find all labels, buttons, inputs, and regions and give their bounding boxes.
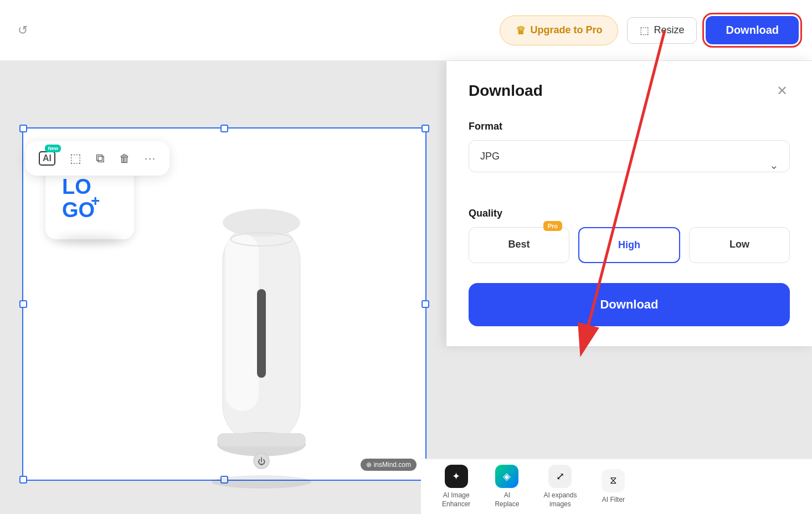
trash-icon: 🗑 [119,152,130,165]
upgrade-label: Upgrade to Pro [530,24,602,36]
redo-button[interactable]: ↺ [13,19,32,42]
pro-badge: Pro [543,221,562,231]
svg-text:+: + [91,192,100,209]
ai-enhancer-tool[interactable]: ✦ AI ImageEnhancer [432,465,480,508]
ai-filter-label: AI Filter [602,496,625,505]
svg-text:GO: GO [62,198,95,222]
close-panel-button[interactable]: ✕ [774,81,790,101]
quality-section: Quality Pro Best High Low [469,208,790,263]
watermark: ⊕ insMind.com [361,459,417,471]
select-icon: ⬚ [70,151,81,166]
ai-expands-label: AI expandsimages [543,491,577,508]
delete-tool-button[interactable]: 🗑 [117,150,132,167]
ai-replace-label: AIReplace [495,491,519,508]
logo-svg: LO GO + [56,167,123,223]
svg-rect-6 [257,289,266,378]
ai-expands-icon: ⤢ [548,465,572,488]
svg-rect-5 [225,234,259,411]
format-section: Format JPG PNG WEBP [469,121,790,190]
handle-top-right[interactable] [422,125,429,132]
ai-enhancer-label: AI ImageEnhancer [442,491,470,508]
quality-high-label: High [618,239,640,250]
resize-button[interactable]: ⬚ Resize [627,17,697,44]
ai-icon: AI [39,151,55,166]
new-badge: New [45,145,61,152]
format-label: Format [469,121,790,132]
product-image: ⏻ [156,151,367,514]
format-wrapper: JPG PNG WEBP [469,140,790,190]
handle-top-middle[interactable] [220,125,228,132]
crown-icon: ♛ [516,24,526,37]
quality-label: Quality [469,208,790,219]
handle-bottom-left[interactable] [19,476,27,484]
ai-replace-tool[interactable]: ◈ AIReplace [485,465,529,508]
handle-top-left[interactable] [19,125,27,132]
logo-shadow [56,237,123,244]
copy-icon: ⧉ [96,151,105,166]
canvas-selected-item: LO GO + ⏻ [22,127,426,481]
download-action-button[interactable]: Download [469,283,790,326]
panel-header: Download ✕ [469,81,790,101]
quality-best[interactable]: Pro Best [469,227,569,263]
ai-filter-icon: ⧖ [602,469,625,492]
svg-text:⏻: ⏻ [258,457,265,466]
quality-high[interactable]: High [578,227,680,263]
format-select[interactable]: JPG PNG WEBP [469,140,790,172]
upgrade-to-pro-button[interactable]: ♛ Upgrade to Pro [500,16,618,45]
svg-point-12 [212,475,311,489]
ai-tools-area: ✦ AI ImageEnhancer ◈ AIReplace ⤢ AI expa… [421,459,812,514]
download-panel: Download ✕ Format JPG PNG WEBP Quality P… [446,61,812,346]
download-header-button[interactable]: Download [706,16,799,44]
handle-middle-left[interactable] [19,300,27,308]
humidifier-svg: ⏻ [189,178,333,489]
ai-replace-icon: ◈ [495,465,518,488]
select-tool-button[interactable]: ⬚ [68,149,84,168]
svg-text:LO: LO [62,175,91,198]
quality-low-label: Low [729,239,749,250]
floating-toolbar: AI New ⬚ ⧉ 🗑 ··· [25,141,169,176]
resize-label: Resize [654,24,684,36]
more-icon: ··· [145,153,156,165]
quality-low[interactable]: Low [689,227,790,263]
resize-icon: ⬚ [640,24,649,37]
more-options-button[interactable]: ··· [142,151,158,167]
ai-tool-button[interactable]: AI New [37,149,58,168]
handle-middle-right[interactable] [422,300,429,308]
panel-title: Download [469,82,543,100]
svg-rect-8 [217,433,306,446]
ai-filter-tool[interactable]: ⧖ AI Filter [591,469,635,505]
quality-best-label: Best [508,239,530,250]
quality-options: Pro Best High Low [469,227,790,263]
copy-tool-button[interactable]: ⧉ [94,149,107,168]
ai-enhancer-icon: ✦ [445,465,468,488]
header: ↺ ♛ Upgrade to Pro ⬚ Resize Download [0,0,812,61]
ai-expands-tool[interactable]: ⤢ AI expandsimages [533,465,587,508]
